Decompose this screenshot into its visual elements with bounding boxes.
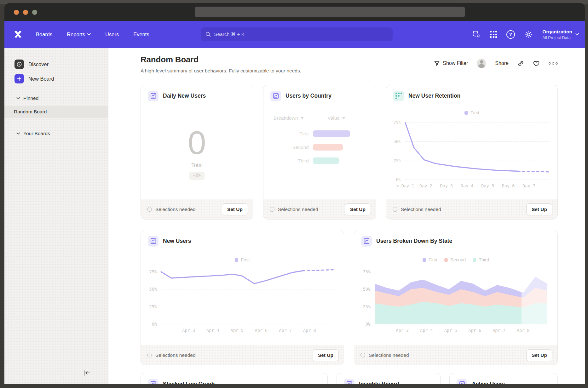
link-icon [517,60,524,67]
nav-item-events[interactable]: Events [133,31,149,37]
country-bar-row: Third [268,157,376,164]
share-button[interactable]: Share [495,60,509,66]
set-up-button[interactable]: Set Up [526,203,552,215]
chevron-down-icon [575,33,579,36]
card-daily-new-users: Daily New Users 0 Total ↑0% Selections n… [141,85,253,220]
set-up-button[interactable]: Set Up [526,349,552,361]
nav-right-cluster: ? Organization All Project Data [472,21,579,48]
legend-label: First [470,110,479,115]
window-close-button[interactable] [14,10,19,15]
heart-icon [533,60,540,66]
sidebar-item-random-board[interactable]: Random Board [4,106,108,118]
legend-label: Second [450,257,466,262]
filter-funnel-icon [434,60,440,66]
ellipsis-icon [549,62,551,65]
y-axis-tick-label: 50% [394,139,401,144]
sidebar-section-pinned[interactable]: Pinned [16,94,108,103]
nav-item-users[interactable]: Users [105,31,119,37]
window-minimize-button[interactable] [23,10,28,15]
set-up-button[interactable]: Set Up [222,203,248,215]
line-chart-icon [361,236,372,247]
data-management-icon[interactable] [472,30,481,39]
window-controls [14,10,37,15]
favorite-button[interactable] [533,60,540,66]
nav-item-reports[interactable]: Reports [67,31,91,37]
card-title: Daily New Users [163,93,206,99]
card-footer: Selections needed Set Up [263,199,376,219]
card-title: Insights Report [359,381,399,384]
y-axis-tick-label: 0% [366,322,371,327]
mixpanel-logo-icon[interactable] [13,29,23,40]
selections-status: Selections needed [147,207,222,212]
card-footer: Selections needed Set Up [141,199,253,219]
breakdown-column-dropdown[interactable]: Breakdown [274,115,304,121]
country-bar-row: Second [268,144,376,151]
app-window: Boards Reports Users Events [4,3,585,384]
nav-menu: Boards Reports Users Events [36,31,149,37]
global-search[interactable] [201,27,393,41]
legend-label: First [241,257,250,262]
help-icon[interactable]: ? [506,30,515,39]
org-switcher[interactable]: Organization All Project Data [542,29,579,40]
retention-line-chart: 75%50%25%0%< Day 1Day 2Day 3Day 4Day 5Da… [405,119,550,180]
card-body: First Second Third 75%50%25%0%Apr 3Apr 4… [354,252,557,345]
y-axis-tick-label: 75% [149,269,157,274]
show-filter-button[interactable]: Show Filter [434,60,468,66]
set-up-button[interactable]: Set Up [345,203,371,215]
x-axis-tick-label: Day 4 [461,183,474,188]
address-bar[interactable] [195,7,465,17]
board-content: Random Board A high-level summary of use… [108,48,585,384]
search-input[interactable] [214,31,388,37]
selections-status: Selections needed [270,207,345,212]
sidebar-item-label: Discover [28,61,49,67]
sidebar-section-your-boards[interactable]: Your Boards [16,129,108,138]
more-menu-button[interactable] [549,62,558,65]
card-title: Users by Country [285,93,331,99]
search-icon [205,31,211,37]
copy-link-button[interactable] [517,60,524,67]
legend-label: Third [479,257,489,262]
metric-label: Total [191,162,203,168]
legend-item: First [423,257,437,262]
x-axis-tick-label: Day 6 [502,183,515,188]
nav-item-label: Users [105,31,119,37]
apps-grid-icon[interactable] [490,31,497,38]
card-header: Active Users [450,373,557,384]
metric-value: 0 [188,126,206,159]
show-filter-label: Show Filter [443,60,468,66]
nav-item-boards[interactable]: Boards [36,31,52,37]
plus-icon [14,74,24,83]
card-users-by-country: Users by Country Breakdown Value FirstSe… [263,85,376,220]
card-title: Users Broken Down By State [376,238,452,244]
card-header: Stacked Line Graph [141,373,327,384]
x-axis-tick-label: Day 5 [481,183,494,188]
x-axis-tick-label: Apr 7 [493,328,505,333]
incomplete-period-overlay [522,268,547,324]
sidebar-item-new-board[interactable]: New Board [14,72,108,85]
sidebar-collapse-button[interactable] [83,370,90,377]
logo-glyph [13,30,23,39]
country-bar-chart: FirstSecondThird [268,130,376,171]
selections-status: Selections needed [147,352,313,358]
avatar[interactable] [477,59,486,68]
sidebar-item-label: Random Board [14,109,47,115]
settings-gear-icon[interactable] [524,30,533,39]
y-axis-tick-label: 50% [363,287,371,292]
status-circle-icon [393,207,397,212]
x-axis-tick-label: Apr 7 [279,328,292,333]
nav-item-label: Reports [67,31,85,37]
window-zoom-button[interactable] [32,10,37,15]
card-active-users: Active Users [449,373,558,384]
x-axis-tick-label: Apr 6 [255,328,268,333]
sidebar-item-discover[interactable]: Discover [14,58,108,71]
sidebar: Discover New Board Pinned Random Board Y… [4,48,108,384]
x-axis-labels: < Day 1Day 2Day 3Day 4Day 5Day 6Day 7 [405,183,550,190]
card-body: Breakdown Value FirstSecondThird [263,107,376,199]
status-circle-icon [270,207,274,212]
x-axis-tick-label: Apr 4 [206,328,219,333]
x-axis-tick-label: Apr 5 [231,328,244,333]
status-label: Selections needed [369,352,409,358]
set-up-button[interactable]: Set Up [313,349,339,361]
card-insights-report: Insights Report [337,373,441,384]
value-column-dropdown[interactable]: Value [328,115,346,121]
